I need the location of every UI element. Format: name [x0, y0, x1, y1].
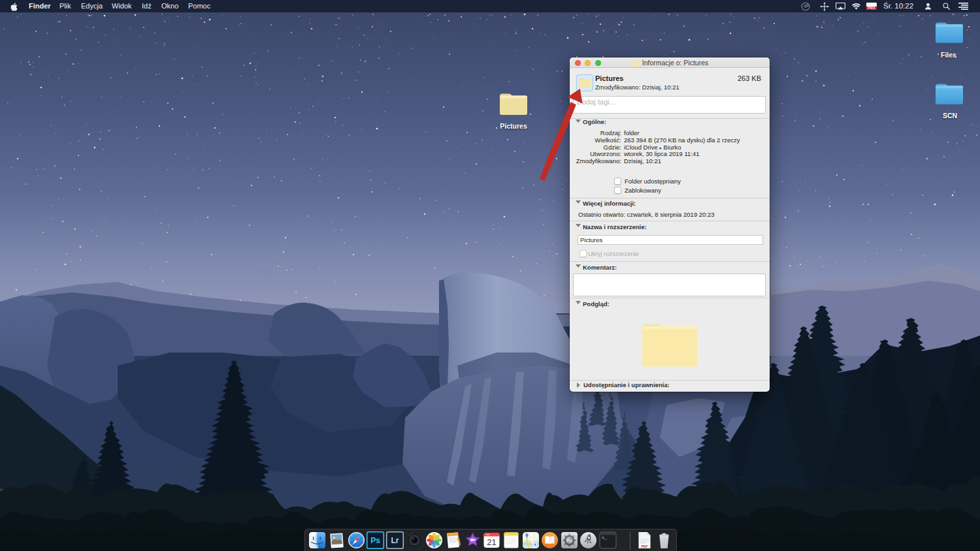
svg-text:Ps: Ps	[370, 536, 380, 545]
svg-text:Lr: Lr	[391, 536, 399, 545]
svg-text:PDF: PDF	[642, 544, 648, 548]
svg-text:21: 21	[487, 537, 496, 547]
svg-text:>_: >_	[602, 536, 607, 541]
svg-text:sie: sie	[486, 533, 490, 536]
